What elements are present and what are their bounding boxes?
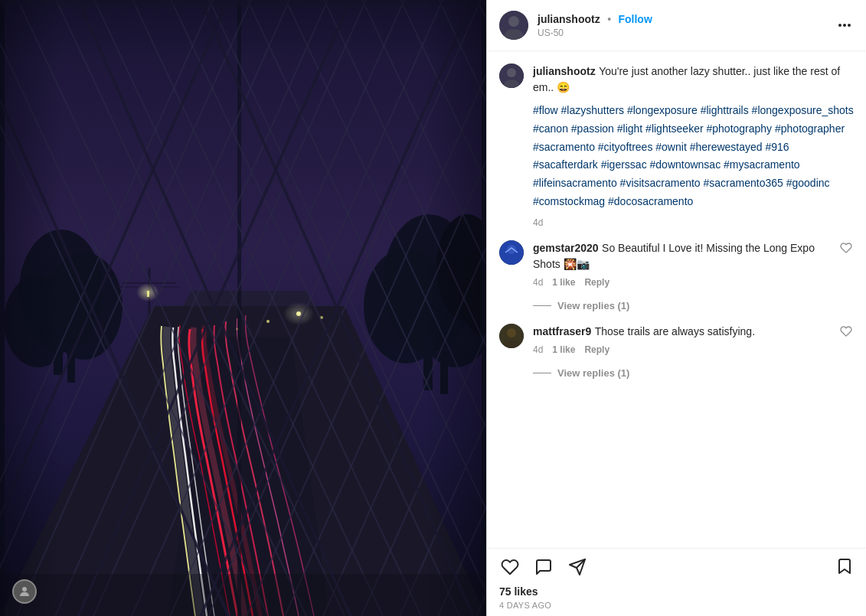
comment-2-body: mattfraser9 Those trails are always sati… <box>533 324 838 355</box>
comment-1-meta: 4d 1 like Reply <box>533 277 838 288</box>
photo-panel <box>0 0 486 616</box>
svg-point-81 <box>507 245 516 254</box>
caption-username[interactable]: julianshootz <box>533 65 596 77</box>
comment-2-heart-button[interactable] <box>838 324 854 341</box>
separator-dot: • <box>607 13 611 25</box>
view-replies-line <box>533 305 551 306</box>
svg-point-21 <box>136 283 159 301</box>
svg-point-73 <box>22 587 27 592</box>
post-location: US-50 <box>538 28 835 38</box>
comment-2-likes: 1 like <box>552 344 575 355</box>
svg-point-24 <box>266 320 270 323</box>
view-replies-2-text[interactable]: View replies (1) <box>557 367 629 379</box>
view-replies-line-2 <box>533 373 551 373</box>
comment-1-body: gemstar2020 So Beautiful I Love it! Miss… <box>533 240 838 288</box>
more-dot-1 <box>838 24 841 27</box>
comment-1-avatar[interactable] <box>499 240 524 265</box>
post-header: julianshootz • Follow US-50 <box>487 0 866 51</box>
comment-2-time: 4d <box>533 344 543 355</box>
comment-2-meta: 4d 1 like Reply <box>533 344 838 355</box>
current-user-avatar[interactable] <box>12 579 37 604</box>
more-options-button[interactable] <box>835 19 854 31</box>
comment-1-username[interactable]: gemstar2020 <box>533 242 599 254</box>
comment-row: mattfraser9 Those trails are always sati… <box>499 324 854 355</box>
poster-avatar[interactable] <box>499 11 528 40</box>
comments-area: julianshootz You're just another lazy sh… <box>487 51 866 548</box>
content-panel: julianshootz • Follow US-50 ju <box>486 0 866 616</box>
svg-point-78 <box>507 68 516 77</box>
action-icons-row <box>499 556 854 581</box>
comment-button[interactable] <box>533 556 554 581</box>
svg-rect-71 <box>425 0 486 616</box>
post-date: 4 DAYS AGO <box>499 601 854 610</box>
comment-2-text-content: Those trails are always satisfying. <box>595 325 755 337</box>
svg-rect-63 <box>0 574 486 616</box>
comment-2-username[interactable]: mattfraser9 <box>533 325 591 337</box>
road-scene-image <box>0 0 486 616</box>
poster-info: julianshootz • Follow US-50 <box>538 12 835 38</box>
more-dot-2 <box>843 24 846 27</box>
view-replies-2[interactable]: View replies (1) <box>533 367 854 379</box>
share-button[interactable] <box>567 556 588 581</box>
comment-row: gemstar2020 So Beautiful I Love it! Miss… <box>499 240 854 288</box>
bookmark-button[interactable] <box>835 557 854 580</box>
comment-1-time: 4d <box>533 277 543 288</box>
view-replies-1-text[interactable]: View replies (1) <box>557 300 629 311</box>
poster-name-row: julianshootz • Follow <box>538 12 835 26</box>
comment-1-reply-button[interactable]: Reply <box>584 277 609 288</box>
follow-button[interactable]: Follow <box>618 13 652 25</box>
caption-body: julianshootz You're just another lazy sh… <box>533 64 854 228</box>
likes-count: 75 likes <box>499 585 854 598</box>
photo-background <box>0 0 486 616</box>
post-actions: 75 likes 4 DAYS AGO <box>487 548 866 616</box>
like-button[interactable] <box>499 556 521 581</box>
comment-1-heart-button[interactable] <box>838 240 854 258</box>
svg-rect-72 <box>0 0 486 61</box>
comment-2-reply-button[interactable]: Reply <box>584 344 609 355</box>
poster-username[interactable]: julianshootz <box>538 13 600 25</box>
comment-1-likes: 1 like <box>552 277 575 288</box>
caption-time: 4d <box>533 217 854 228</box>
comment-2-avatar[interactable] <box>499 324 524 348</box>
svg-point-75 <box>508 16 519 27</box>
caption-hashtags: #flow #lazyshutters #longexposure #light… <box>533 102 854 211</box>
svg-point-23 <box>283 302 314 325</box>
caption-avatar[interactable] <box>499 64 524 88</box>
svg-point-84 <box>507 328 516 337</box>
view-replies-1[interactable]: View replies (1) <box>533 300 854 311</box>
svg-rect-70 <box>0 0 61 616</box>
post-caption: julianshootz You're just another lazy sh… <box>499 64 854 228</box>
more-dot-3 <box>848 24 851 27</box>
